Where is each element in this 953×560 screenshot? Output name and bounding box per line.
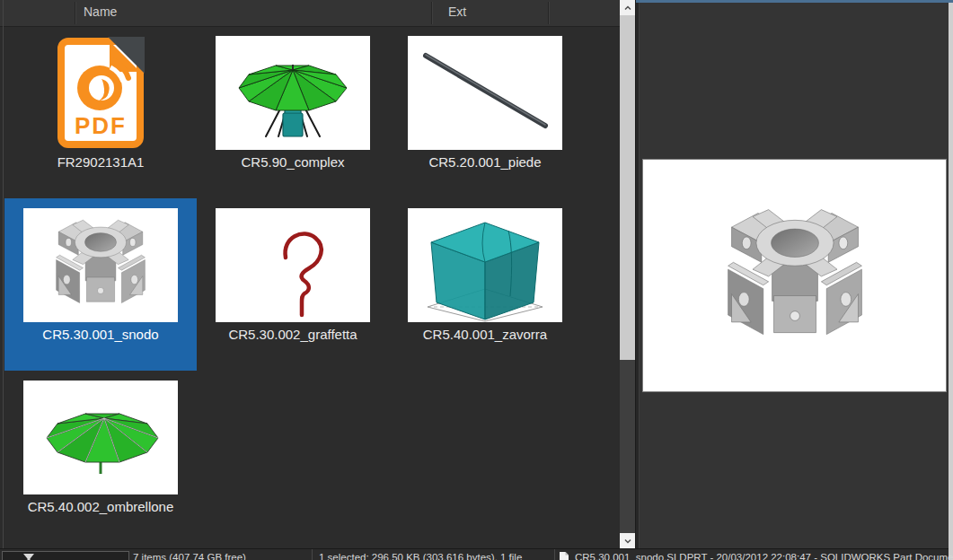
- preview-image-joint: [642, 159, 947, 392]
- scroll-down-button[interactable]: [620, 533, 635, 548]
- thumbnail-ballast: [408, 208, 562, 322]
- scrollbar-thumb[interactable]: [620, 15, 635, 360]
- selected-file-info: CR5.30.001_snodo.SLDPRT - 20/03/2012 22:…: [575, 552, 953, 560]
- file-tile-ombrellone[interactable]: CR5.40.002_ombrellone: [4, 371, 197, 543]
- column-header-name[interactable]: Name: [84, 4, 117, 19]
- file-tile-piede[interactable]: CR5.20.001_piede: [389, 26, 581, 198]
- column-divider[interactable]: [431, 2, 433, 24]
- panel-left-border: [3, 0, 4, 548]
- selection-summary: 1 selected: 296.50 KB (303,616 bytes), 1…: [319, 552, 522, 560]
- file-name-label: CR5.20.001_piede: [389, 154, 581, 170]
- document-icon: [559, 551, 569, 560]
- chevron-up-icon: [622, 3, 633, 13]
- file-tile-zavorra[interactable]: CR5.40.001_zavorra: [389, 198, 581, 371]
- filter-input[interactable]: [2, 551, 129, 560]
- thumbnail-grid: PDF FR2902131A1: [4, 26, 584, 543]
- file-name-label: CR5.30.001_snodo: [4, 327, 197, 342]
- file-list-scrollbar[interactable]: [620, 0, 635, 548]
- pdf-file-icon: PDF: [23, 36, 178, 150]
- thumbnail-rod: [408, 36, 562, 150]
- file-tile-graffetta[interactable]: CR5.30.002_graffetta: [197, 198, 389, 371]
- preview-pane-accent-line: [636, 0, 953, 3]
- column-divider[interactable]: [548, 2, 550, 24]
- column-divider[interactable]: [75, 2, 76, 24]
- scroll-up-button[interactable]: [620, 0, 635, 15]
- pdf-badge-text: PDF: [75, 112, 127, 139]
- thumbnail-hook: [216, 208, 370, 322]
- window-right-edge-strip: [949, 3, 953, 560]
- file-tile-snodo-selected[interactable]: CR5.30.001_snodo: [4, 198, 197, 371]
- items-summary: 7 items (407.74 GB free): [133, 552, 246, 560]
- file-tile-pdf[interactable]: PDF FR2902131A1: [4, 26, 197, 198]
- file-list-panel: Name Ext PDF FR2902131A1: [0, 0, 620, 548]
- thumbnail-canopy: [23, 381, 178, 494]
- file-name-label: FR2902131A1: [4, 154, 197, 170]
- file-name-label: CR5.40.001_zavorra: [389, 327, 581, 342]
- thumbnail-umbrella-stand: [216, 36, 370, 150]
- status-divider: [554, 549, 555, 560]
- file-name-label: CR5.30.002_graffetta: [197, 327, 389, 342]
- chevron-down-icon: [622, 536, 633, 547]
- thumbnail-joint: [23, 208, 178, 322]
- status-divider: [312, 549, 313, 560]
- column-header-ext[interactable]: Ext: [448, 4, 466, 19]
- file-tile-complex[interactable]: CR5.90_complex: [197, 26, 389, 198]
- file-name-label: CR5.40.002_ombrellone: [4, 499, 197, 514]
- status-bar: 7 items (407.74 GB free) 1 selected: 296…: [0, 548, 949, 560]
- file-name-label: CR5.90_complex: [197, 154, 389, 170]
- filter-funnel-icon: [22, 553, 35, 560]
- list-header: Name Ext: [0, 0, 620, 27]
